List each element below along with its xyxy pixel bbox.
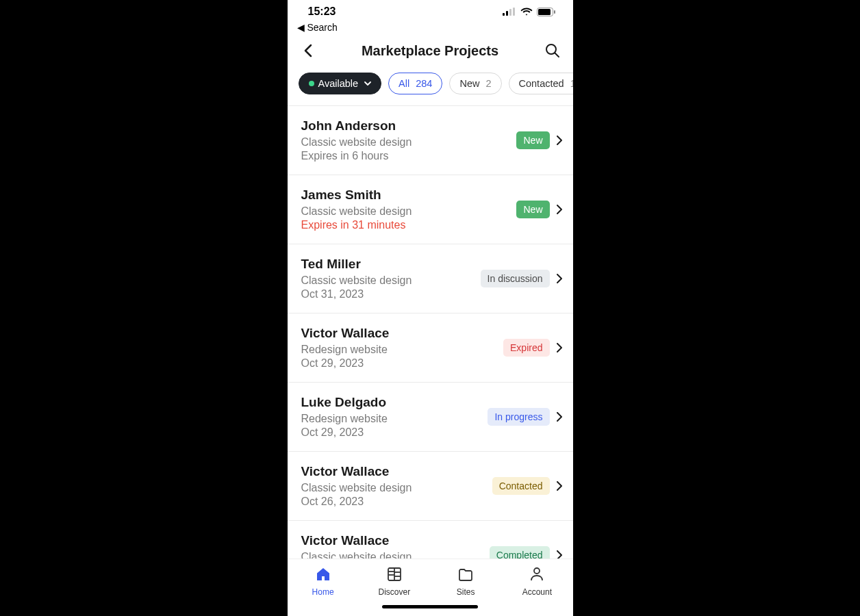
project-info: James SmithClassic website designExpires… [301, 188, 510, 231]
project-type: Classic website design [301, 274, 474, 287]
bottom-nav: HomeDiscoverSitesAccount [288, 559, 573, 600]
svg-rect-0 [503, 13, 505, 16]
project-name: James Smith [301, 188, 510, 203]
search-button[interactable] [543, 41, 562, 60]
status-badge: In progress [488, 408, 549, 426]
chevron-right-icon [557, 274, 562, 283]
status-bar: 15:23 [288, 0, 573, 19]
project-name: Victor Wallace [301, 326, 497, 341]
project-date: Oct 29, 2023 [301, 357, 497, 370]
availability-filter[interactable]: Available [299, 73, 382, 94]
filter-tab-count: 284 [416, 78, 432, 89]
project-type: Redesign website [301, 413, 481, 425]
project-row[interactable]: Victor WallaceClassic website designOct … [288, 452, 573, 521]
sites-icon [457, 566, 474, 585]
filter-bar: Available All 284New 2Contacted 18In [288, 68, 573, 106]
project-name: Ted Miller [301, 257, 474, 272]
back-button[interactable] [299, 41, 318, 60]
project-type: Classic website design [301, 551, 483, 559]
home-icon [315, 566, 331, 585]
filter-tab-new[interactable]: New 2 [449, 73, 501, 94]
project-info: Victor WallaceClassic website designOct … [301, 533, 483, 559]
filter-tab-all[interactable]: All 284 [388, 73, 442, 94]
header: Marketplace Projects [288, 37, 573, 68]
project-date: Expires in 31 minutes [301, 219, 510, 231]
svg-rect-2 [509, 9, 511, 16]
svg-line-8 [555, 53, 559, 57]
status-badge: New [516, 131, 549, 149]
project-date: Oct 26, 2023 [301, 496, 485, 508]
breadcrumb[interactable]: ◀︎ Search [288, 19, 573, 37]
project-type: Classic website design [301, 482, 485, 494]
page-title: Marketplace Projects [318, 43, 543, 59]
project-row[interactable]: John AndersonClassic website designExpir… [288, 106, 573, 175]
project-row[interactable]: Victor WallaceClassic website designOct … [288, 521, 573, 559]
nav-label: Sites [457, 587, 475, 597]
project-row[interactable]: Luke DelgadoRedesign websiteOct 29, 2023… [288, 383, 573, 452]
chevron-right-icon [557, 343, 562, 352]
phone-frame: 15:23 ◀︎ Search [288, 0, 573, 616]
project-info: Luke DelgadoRedesign websiteOct 29, 2023 [301, 395, 481, 439]
project-info: Victor WallaceClassic website designOct … [301, 464, 485, 508]
filter-tab-label: Contacted [519, 78, 564, 89]
status-badge: Expired [503, 339, 549, 357]
breadcrumb-label: Search [307, 22, 337, 33]
status-badge: Completed [490, 546, 550, 559]
status-badge: New [516, 201, 549, 218]
project-info: Ted MillerClassic website designOct 31, … [301, 257, 474, 300]
project-row[interactable]: James SmithClassic website designExpires… [288, 175, 573, 244]
project-date: Oct 29, 2023 [301, 426, 481, 439]
svg-rect-1 [506, 11, 508, 16]
availability-label: Available [318, 78, 359, 89]
svg-rect-5 [538, 9, 551, 15]
project-name: Victor Wallace [301, 533, 483, 548]
project-info: Victor WallaceRedesign websiteOct 29, 20… [301, 326, 497, 370]
project-date: Oct 31, 2023 [301, 288, 474, 300]
status-badge: Contacted [492, 477, 550, 495]
project-type: Redesign website [301, 344, 497, 356]
project-type: Classic website design [301, 136, 510, 149]
home-bar [382, 605, 478, 608]
filter-tabs: All 284New 2Contacted 18In [388, 73, 572, 94]
account-icon [529, 566, 545, 585]
filter-tab-label: All [399, 78, 409, 89]
svg-rect-3 [513, 8, 515, 16]
wifi-icon [520, 8, 533, 16]
filter-tab-label: New [459, 78, 479, 89]
chevron-down-icon [364, 81, 371, 86]
project-list[interactable]: John AndersonClassic website designExpir… [288, 106, 573, 559]
project-name: Luke Delgado [301, 395, 481, 410]
status-dot-icon [309, 81, 314, 86]
search-icon [545, 43, 560, 58]
nav-label: Discover [379, 587, 411, 597]
chevron-right-icon [557, 481, 562, 491]
svg-rect-6 [554, 10, 555, 14]
project-info: John AndersonClassic website designExpir… [301, 118, 510, 162]
project-name: John Anderson [301, 118, 510, 133]
filter-tab-count: 18 [570, 78, 573, 89]
battery-icon [537, 8, 555, 16]
chevron-right-icon [557, 412, 562, 422]
nav-item-sites[interactable]: Sites [430, 566, 501, 597]
home-indicator [288, 600, 573, 616]
svg-point-15 [534, 568, 540, 574]
nav-item-home[interactable]: Home [288, 566, 359, 597]
discover-icon [386, 566, 403, 585]
project-row[interactable]: Ted MillerClassic website designOct 31, … [288, 244, 573, 313]
project-row[interactable]: Victor WallaceRedesign websiteOct 29, 20… [288, 313, 573, 383]
nav-item-account[interactable]: Account [501, 566, 572, 597]
status-time: 15:23 [308, 5, 336, 18]
filter-tab-count: 2 [485, 78, 491, 89]
chevron-right-icon [557, 136, 562, 145]
project-date: Expires in 6 hours [301, 150, 510, 162]
project-name: Victor Wallace [301, 464, 485, 479]
breadcrumb-back-arrow-icon: ◀︎ [297, 22, 307, 33]
filter-tab-contacted[interactable]: Contacted 18 [509, 73, 573, 94]
chevron-right-icon [557, 205, 562, 214]
nav-label: Home [312, 587, 334, 597]
chevron-right-icon [557, 550, 562, 559]
cellular-icon [503, 8, 516, 16]
project-type: Classic website design [301, 205, 510, 218]
nav-item-discover[interactable]: Discover [359, 566, 430, 597]
status-icons [503, 8, 555, 16]
